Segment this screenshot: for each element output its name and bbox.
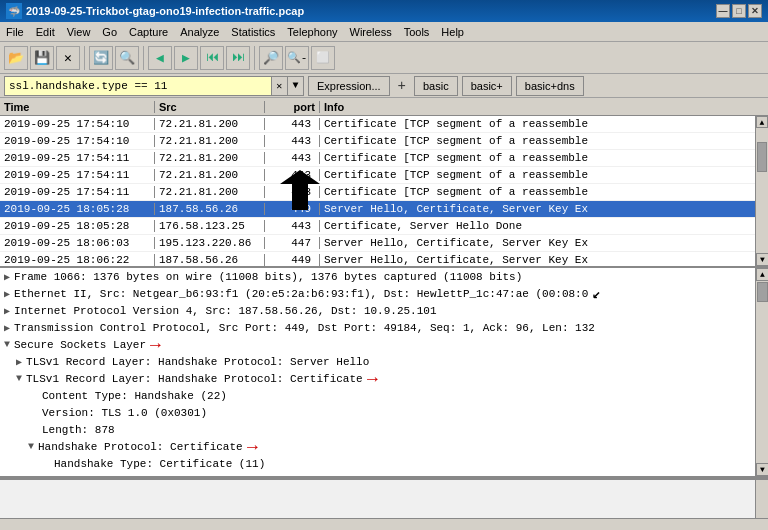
table-row[interactable]: 2019-09-25 18:05:28 176.58.123.25 443 Ce…	[0, 218, 768, 235]
menu-go[interactable]: Go	[96, 24, 123, 40]
bytes-content	[4, 482, 764, 493]
cell-time: 2019-09-25 17:54:10	[0, 118, 155, 130]
filter-apply-button[interactable]: ▼	[287, 77, 303, 95]
list-item[interactable]: ▼Handshake Protocol: Certificate←	[0, 438, 768, 455]
table-row[interactable]: 2019-09-25 18:06:03 195.123.220.86 447 S…	[0, 235, 768, 252]
filter-input[interactable]	[5, 80, 271, 92]
toolbar-sep-3	[254, 46, 255, 70]
menu-analyze[interactable]: Analyze	[174, 24, 225, 40]
bytes-scrollbar[interactable]	[755, 480, 768, 518]
table-row[interactable]: 2019-09-25 17:54:11 72.21.81.200 443 Cer…	[0, 167, 768, 184]
cell-info: Server Hello, Certificate, Server Key Ex	[320, 254, 768, 266]
packet-rows: 2019-09-25 17:54:10 72.21.81.200 443 Cer…	[0, 116, 768, 268]
header-time: Time	[0, 101, 155, 113]
cell-port: 443	[265, 169, 320, 181]
toolbar-reload-button[interactable]: 🔄	[89, 46, 113, 70]
list-item[interactable]: ▼Secure Sockets Layer←	[0, 336, 768, 353]
detail-text: Handshake Protocol: Certificate	[38, 441, 243, 453]
scroll-thumb[interactable]	[757, 142, 767, 172]
menu-tools[interactable]: Tools	[398, 24, 436, 40]
packet-list-scrollbar[interactable]: ▲ ▼	[755, 116, 768, 266]
filter-input-wrap[interactable]: ✕ ▼	[4, 76, 304, 96]
list-item[interactable]: ▶Transmission Control Protocol, Src Port…	[0, 319, 768, 336]
detail-text: Ethernet II, Src: Netgear_b6:93:f1 (20:e…	[14, 288, 588, 300]
detail-scroll-up[interactable]: ▲	[756, 268, 768, 281]
toolbar-zoom-fit-button[interactable]: ⬜	[311, 46, 335, 70]
toolbar-zoom-in-button[interactable]: 🔎	[259, 46, 283, 70]
list-item[interactable]: ▼TLSv1 Record Layer: Handshake Protocol:…	[0, 370, 768, 387]
list-item[interactable]: ▶Internet Protocol Version 4, Src: 187.5…	[0, 302, 768, 319]
detail-scroll-down[interactable]: ▼	[756, 463, 768, 476]
cell-port: 443	[265, 135, 320, 147]
packet-list: Time Src port Info 2019-09-25 17:54:10 7…	[0, 98, 768, 268]
expression-button[interactable]: Expression...	[308, 76, 390, 96]
cell-time: 2019-09-25 17:54:11	[0, 169, 155, 181]
toolbar-close-button[interactable]: ✕	[56, 46, 80, 70]
menu-telephony[interactable]: Telephony	[281, 24, 343, 40]
toolbar-filter-button[interactable]: 🔍	[115, 46, 139, 70]
collapse-icon: ▶	[4, 271, 10, 283]
maximize-button[interactable]: □	[732, 4, 746, 18]
table-row[interactable]: 2019-09-25 18:05:28 187.58.56.26 449 Ser…	[0, 201, 768, 218]
basicdns-button[interactable]: basic+dns	[516, 76, 584, 96]
detail-text: TLSv1 Record Layer: Handshake Protocol: …	[26, 373, 363, 385]
cell-info: Server Hello, Certificate, Server Key Ex	[320, 237, 768, 249]
table-row[interactable]: 2019-09-25 17:54:10 72.21.81.200 443 Cer…	[0, 116, 768, 133]
scroll-down-button[interactable]: ▼	[756, 253, 768, 266]
title-bar-controls[interactable]: — □ ✕	[716, 4, 762, 18]
menu-edit[interactable]: Edit	[30, 24, 61, 40]
expand-icon: ▼	[4, 339, 10, 350]
cell-port: 443	[265, 118, 320, 130]
menu-file[interactable]: File	[0, 24, 30, 40]
scroll-up-button[interactable]: ▲	[756, 116, 768, 128]
title-bar: 🦈 2019-09-25-Trickbot-gtag-ono19-infecti…	[0, 0, 768, 22]
table-row[interactable]: 2019-09-25 17:54:11 72.21.81.200 443 Cer…	[0, 184, 768, 201]
cell-port: 449	[265, 203, 320, 215]
menu-view[interactable]: View	[61, 24, 97, 40]
list-item[interactable]: ▶Frame 1066: 1376 bytes on wire (11008 b…	[0, 268, 768, 285]
list-item[interactable]: ▶TLSv1 Record Layer: Handshake Protocol:…	[0, 353, 768, 370]
basic-button[interactable]: basic	[414, 76, 458, 96]
cell-info: Server Hello, Certificate, Server Key Ex	[320, 203, 768, 215]
cell-time: 2019-09-25 18:05:28	[0, 203, 155, 215]
minimize-button[interactable]: —	[716, 4, 730, 18]
filter-add-icon[interactable]: +	[394, 78, 410, 94]
cell-src: 72.21.81.200	[155, 186, 265, 198]
detail-pane: ▶Frame 1066: 1376 bytes on wire (11008 b…	[0, 268, 768, 478]
header-src: Src	[155, 101, 265, 113]
list-item[interactable]: ▶Ethernet II, Src: Netgear_b6:93:f1 (20:…	[0, 285, 768, 302]
toolbar-forward-button[interactable]: ▶	[174, 46, 198, 70]
cell-src: 72.21.81.200	[155, 152, 265, 164]
close-button[interactable]: ✕	[748, 4, 762, 18]
toolbar-jump-button[interactable]: ⏮	[200, 46, 224, 70]
table-row[interactable]: 2019-09-25 17:54:11 72.21.81.200 443 Cer…	[0, 150, 768, 167]
packet-list-header: Time Src port Info	[0, 98, 768, 116]
list-item[interactable]: Length: 878	[0, 421, 768, 438]
table-row[interactable]: 2019-09-25 18:06:22 187.58.56.26 449 Ser…	[0, 252, 768, 268]
red-arrow-icon: ←	[367, 369, 378, 389]
list-item[interactable]: Content Type: Handshake (22)	[0, 387, 768, 404]
toolbar-sep-1	[84, 46, 85, 70]
table-row[interactable]: 2019-09-25 17:54:10 72.21.81.200 443 Cer…	[0, 133, 768, 150]
detail-scrollbar[interactable]: ▲ ▼	[755, 268, 768, 476]
toolbar-back-button[interactable]: ◀	[148, 46, 172, 70]
list-item[interactable]: Handshake Type: Certificate (11)	[0, 455, 768, 472]
menu-wireless[interactable]: Wireless	[344, 24, 398, 40]
list-item[interactable]: Version: TLS 1.0 (0x0301)	[0, 404, 768, 421]
toolbar-open-button[interactable]: 📂	[4, 46, 28, 70]
basicplus-button[interactable]: basic+	[462, 76, 512, 96]
menu-help[interactable]: Help	[435, 24, 470, 40]
detail-scroll-thumb[interactable]	[757, 282, 768, 302]
cell-port: 443	[265, 186, 320, 198]
toolbar-end-button[interactable]: ⏭	[226, 46, 250, 70]
app-icon: 🦈	[6, 3, 22, 19]
cell-time: 2019-09-25 18:05:28	[0, 220, 155, 232]
cell-time: 2019-09-25 18:06:22	[0, 254, 155, 266]
menu-statistics[interactable]: Statistics	[225, 24, 281, 40]
filter-clear-button[interactable]: ✕	[271, 77, 287, 95]
menu-capture[interactable]: Capture	[123, 24, 174, 40]
cell-src: 187.58.56.26	[155, 203, 265, 215]
toolbar-save-button[interactable]: 💾	[30, 46, 54, 70]
cell-info: Certificate [TCP segment of a reassemble	[320, 152, 768, 164]
toolbar-zoom-out-button[interactable]: 🔍-	[285, 46, 309, 70]
